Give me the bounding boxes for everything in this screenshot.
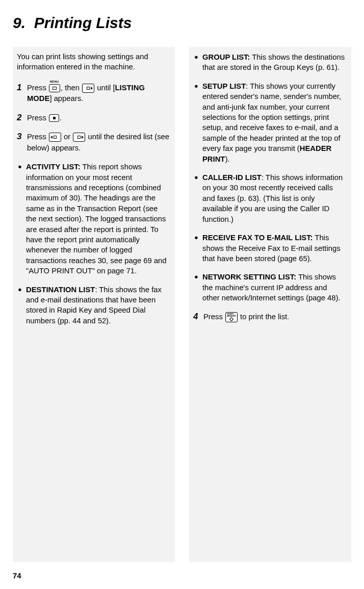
bullet-icon: ●	[18, 285, 26, 326]
left-column: You can print lists showing settings and…	[13, 47, 175, 562]
menu-key-icon: MENU	[49, 84, 60, 92]
bullet-receive-fax-list: ● RECEIVE FAX TO E-MAIL LIST: This shows…	[193, 233, 347, 264]
chapter-name: Printing Lists	[34, 14, 132, 31]
left-arrow-key-icon	[49, 133, 61, 142]
step-body: Press .	[27, 113, 62, 123]
chapter-title: 9. Printing Lists	[13, 14, 351, 32]
right-column: ● GROUP LIST: This shows the destination…	[189, 47, 351, 562]
right-arrow-key-icon	[82, 84, 94, 93]
bullet-icon: ●	[194, 52, 202, 73]
step-body: Press START/MEMORY to print the list.	[203, 312, 289, 322]
bullet-icon: ●	[194, 81, 202, 164]
step-3: 3 Press or until the desired list (see b…	[17, 132, 171, 153]
step-body: Press MENU, then until [LISTING MODE] ap…	[27, 83, 171, 105]
step-number: 2	[17, 113, 27, 123]
bullet-activity-list: ● ACTIVITY LIST: This report shows infor…	[17, 162, 171, 276]
bullet-icon: ●	[194, 233, 202, 264]
step-body: Press or until the desired list (see bel…	[27, 132, 171, 153]
intro-text: You can print lists showing settings and…	[17, 52, 171, 72]
bullet-icon: ●	[194, 172, 202, 224]
step-number: 3	[17, 132, 27, 153]
chapter-number: 9.	[13, 14, 25, 31]
bullet-group-list: ● GROUP LIST: This shows the destination…	[193, 52, 347, 73]
enter-key-icon	[49, 114, 59, 122]
bullet-setup-list: ● SETUP LIST: This shows your currently …	[193, 81, 347, 164]
page-number: 74	[13, 571, 21, 580]
bullet-icon: ●	[194, 272, 202, 303]
step-1: 1 Press MENU, then until [LISTING MODE] …	[17, 83, 171, 105]
right-arrow-key-icon	[73, 133, 85, 142]
bullet-caller-id-list: ● CALLER-ID LIST: This shows information…	[193, 172, 347, 224]
step-4: 4 Press START/MEMORY to print the list.	[193, 312, 347, 322]
bullet-destination-list: ● DESTINATION LIST: This shows the fax a…	[17, 285, 171, 326]
start-memory-key-icon: START/MEMORY	[225, 312, 238, 322]
step-2: 2 Press .	[17, 113, 171, 123]
step-number: 1	[17, 83, 27, 105]
step-number: 4	[193, 312, 203, 322]
bullet-network-list: ● NETWORK SETTING LIST: This shows the m…	[193, 272, 347, 303]
bullet-icon: ●	[18, 162, 26, 276]
content-columns: You can print lists showing settings and…	[13, 47, 351, 562]
